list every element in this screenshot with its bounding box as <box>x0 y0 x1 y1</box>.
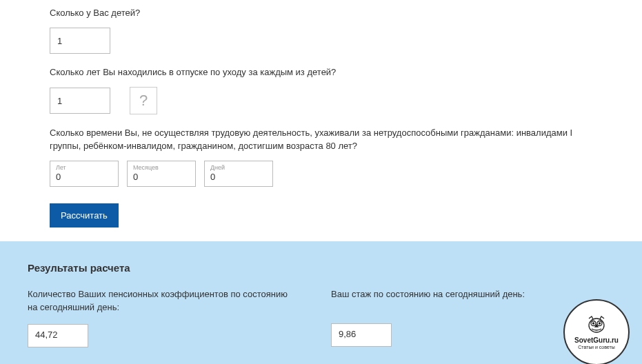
watermark-subtitle: Статьи и советы <box>578 345 615 350</box>
question-leave-years: Сколько лет Вы находились в отпуске по у… <box>50 66 592 79</box>
coefficients-value: 44,72 <box>28 324 88 347</box>
leave-years-input[interactable] <box>50 88 110 114</box>
watermark-title: SovetGuru.ru <box>574 336 619 344</box>
results-panel: Результаты расчета Количество Ваших пенс… <box>0 241 642 364</box>
question-children: Сколько у Вас детей? <box>50 7 592 19</box>
calculate-button[interactable]: Рассчитать <box>50 203 119 228</box>
children-input[interactable] <box>50 28 110 54</box>
results-title: Результаты расчета <box>28 262 614 274</box>
care-days-field[interactable]: Дней <box>204 161 273 187</box>
stage-label: Ваш стаж по состоянию на сегодняшний ден… <box>331 287 552 314</box>
care-years-field[interactable]: Лет <box>50 161 119 187</box>
care-years-label: Лет <box>56 164 112 171</box>
svg-point-4 <box>599 323 601 324</box>
care-days-input[interactable] <box>210 172 267 182</box>
coefficients-label: Количество Ваших пенсионных коэффициенто… <box>28 287 290 314</box>
owl-icon <box>585 315 608 334</box>
question-care-time: Сколько времени Вы, не осуществляя трудо… <box>50 127 592 152</box>
care-months-input[interactable] <box>133 172 190 182</box>
care-months-field[interactable]: Месяцев <box>127 161 196 187</box>
care-years-input[interactable] <box>56 172 112 182</box>
svg-point-3 <box>593 323 594 324</box>
care-days-label: Дней <box>210 164 267 171</box>
care-months-label: Месяцев <box>133 164 190 171</box>
help-button[interactable]: ? <box>130 87 157 114</box>
watermark-badge: SovetGuru.ru Статьи и советы <box>563 299 630 364</box>
stage-value: 9,86 <box>331 323 392 347</box>
question-mark-icon: ? <box>139 92 148 110</box>
